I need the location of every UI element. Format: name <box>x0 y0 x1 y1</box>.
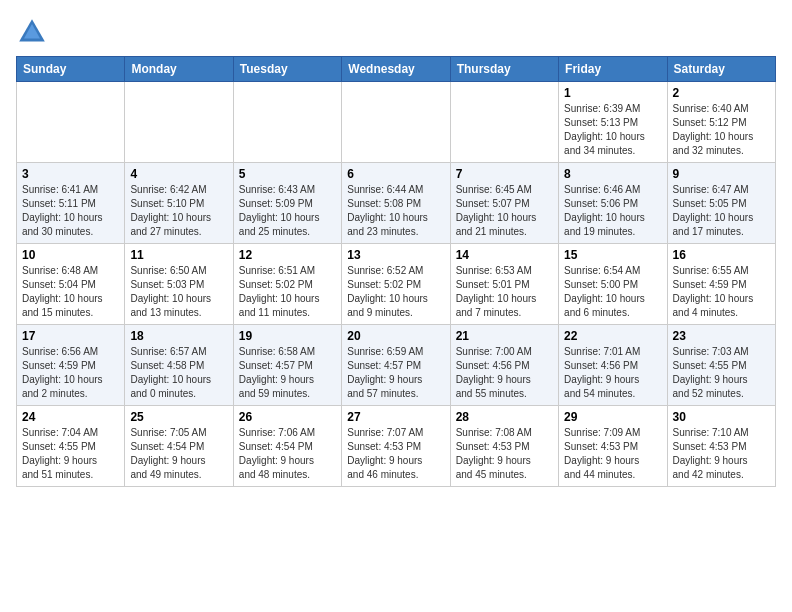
day-number: 30 <box>673 410 770 424</box>
calendar-cell <box>342 82 450 163</box>
weekday-header: Friday <box>559 57 667 82</box>
calendar-cell: 25Sunrise: 7:05 AM Sunset: 4:54 PM Dayli… <box>125 406 233 487</box>
calendar-cell: 7Sunrise: 6:45 AM Sunset: 5:07 PM Daylig… <box>450 163 558 244</box>
day-number: 5 <box>239 167 336 181</box>
day-number: 16 <box>673 248 770 262</box>
day-number: 9 <box>673 167 770 181</box>
day-number: 3 <box>22 167 119 181</box>
calendar-cell: 18Sunrise: 6:57 AM Sunset: 4:58 PM Dayli… <box>125 325 233 406</box>
day-number: 24 <box>22 410 119 424</box>
day-info: Sunrise: 6:40 AM Sunset: 5:12 PM Dayligh… <box>673 102 770 158</box>
calendar-cell: 3Sunrise: 6:41 AM Sunset: 5:11 PM Daylig… <box>17 163 125 244</box>
day-info: Sunrise: 7:05 AM Sunset: 4:54 PM Dayligh… <box>130 426 227 482</box>
day-info: Sunrise: 6:46 AM Sunset: 5:06 PM Dayligh… <box>564 183 661 239</box>
day-number: 20 <box>347 329 444 343</box>
calendar-cell: 12Sunrise: 6:51 AM Sunset: 5:02 PM Dayli… <box>233 244 341 325</box>
day-number: 21 <box>456 329 553 343</box>
weekday-header: Saturday <box>667 57 775 82</box>
calendar-cell: 20Sunrise: 6:59 AM Sunset: 4:57 PM Dayli… <box>342 325 450 406</box>
day-number: 19 <box>239 329 336 343</box>
weekday-header: Sunday <box>17 57 125 82</box>
calendar-cell: 16Sunrise: 6:55 AM Sunset: 4:59 PM Dayli… <box>667 244 775 325</box>
day-info: Sunrise: 6:54 AM Sunset: 5:00 PM Dayligh… <box>564 264 661 320</box>
calendar-cell: 22Sunrise: 7:01 AM Sunset: 4:56 PM Dayli… <box>559 325 667 406</box>
weekday-header: Wednesday <box>342 57 450 82</box>
day-info: Sunrise: 6:50 AM Sunset: 5:03 PM Dayligh… <box>130 264 227 320</box>
day-info: Sunrise: 7:03 AM Sunset: 4:55 PM Dayligh… <box>673 345 770 401</box>
day-info: Sunrise: 7:06 AM Sunset: 4:54 PM Dayligh… <box>239 426 336 482</box>
page-header <box>16 16 776 48</box>
day-info: Sunrise: 6:57 AM Sunset: 4:58 PM Dayligh… <box>130 345 227 401</box>
weekday-header: Thursday <box>450 57 558 82</box>
calendar-cell: 29Sunrise: 7:09 AM Sunset: 4:53 PM Dayli… <box>559 406 667 487</box>
day-number: 10 <box>22 248 119 262</box>
day-info: Sunrise: 7:08 AM Sunset: 4:53 PM Dayligh… <box>456 426 553 482</box>
calendar-week-row: 1Sunrise: 6:39 AM Sunset: 5:13 PM Daylig… <box>17 82 776 163</box>
weekday-header: Monday <box>125 57 233 82</box>
calendar-cell: 27Sunrise: 7:07 AM Sunset: 4:53 PM Dayli… <box>342 406 450 487</box>
day-number: 18 <box>130 329 227 343</box>
calendar-header-row: SundayMondayTuesdayWednesdayThursdayFrid… <box>17 57 776 82</box>
day-info: Sunrise: 7:10 AM Sunset: 4:53 PM Dayligh… <box>673 426 770 482</box>
day-info: Sunrise: 6:39 AM Sunset: 5:13 PM Dayligh… <box>564 102 661 158</box>
calendar-cell: 4Sunrise: 6:42 AM Sunset: 5:10 PM Daylig… <box>125 163 233 244</box>
day-info: Sunrise: 6:56 AM Sunset: 4:59 PM Dayligh… <box>22 345 119 401</box>
day-number: 8 <box>564 167 661 181</box>
calendar-cell: 1Sunrise: 6:39 AM Sunset: 5:13 PM Daylig… <box>559 82 667 163</box>
calendar-week-row: 10Sunrise: 6:48 AM Sunset: 5:04 PM Dayli… <box>17 244 776 325</box>
calendar-week-row: 17Sunrise: 6:56 AM Sunset: 4:59 PM Dayli… <box>17 325 776 406</box>
day-info: Sunrise: 7:01 AM Sunset: 4:56 PM Dayligh… <box>564 345 661 401</box>
day-number: 4 <box>130 167 227 181</box>
day-number: 25 <box>130 410 227 424</box>
day-info: Sunrise: 6:48 AM Sunset: 5:04 PM Dayligh… <box>22 264 119 320</box>
calendar-cell: 6Sunrise: 6:44 AM Sunset: 5:08 PM Daylig… <box>342 163 450 244</box>
day-info: Sunrise: 7:07 AM Sunset: 4:53 PM Dayligh… <box>347 426 444 482</box>
logo-icon <box>16 16 48 48</box>
calendar-cell: 28Sunrise: 7:08 AM Sunset: 4:53 PM Dayli… <box>450 406 558 487</box>
day-number: 15 <box>564 248 661 262</box>
calendar-cell: 14Sunrise: 6:53 AM Sunset: 5:01 PM Dayli… <box>450 244 558 325</box>
calendar-cell: 23Sunrise: 7:03 AM Sunset: 4:55 PM Dayli… <box>667 325 775 406</box>
calendar-cell: 10Sunrise: 6:48 AM Sunset: 5:04 PM Dayli… <box>17 244 125 325</box>
calendar-cell <box>125 82 233 163</box>
day-info: Sunrise: 6:41 AM Sunset: 5:11 PM Dayligh… <box>22 183 119 239</box>
calendar-cell: 2Sunrise: 6:40 AM Sunset: 5:12 PM Daylig… <box>667 82 775 163</box>
logo <box>16 16 52 48</box>
day-number: 22 <box>564 329 661 343</box>
day-info: Sunrise: 6:51 AM Sunset: 5:02 PM Dayligh… <box>239 264 336 320</box>
calendar-cell: 30Sunrise: 7:10 AM Sunset: 4:53 PM Dayli… <box>667 406 775 487</box>
day-number: 13 <box>347 248 444 262</box>
calendar-cell: 15Sunrise: 6:54 AM Sunset: 5:00 PM Dayli… <box>559 244 667 325</box>
day-number: 6 <box>347 167 444 181</box>
calendar-cell: 9Sunrise: 6:47 AM Sunset: 5:05 PM Daylig… <box>667 163 775 244</box>
day-info: Sunrise: 6:47 AM Sunset: 5:05 PM Dayligh… <box>673 183 770 239</box>
day-info: Sunrise: 6:52 AM Sunset: 5:02 PM Dayligh… <box>347 264 444 320</box>
day-number: 17 <box>22 329 119 343</box>
day-number: 2 <box>673 86 770 100</box>
day-number: 12 <box>239 248 336 262</box>
calendar-week-row: 3Sunrise: 6:41 AM Sunset: 5:11 PM Daylig… <box>17 163 776 244</box>
calendar-cell: 5Sunrise: 6:43 AM Sunset: 5:09 PM Daylig… <box>233 163 341 244</box>
day-number: 1 <box>564 86 661 100</box>
calendar-cell: 21Sunrise: 7:00 AM Sunset: 4:56 PM Dayli… <box>450 325 558 406</box>
calendar-table: SundayMondayTuesdayWednesdayThursdayFrid… <box>16 56 776 487</box>
calendar-cell: 26Sunrise: 7:06 AM Sunset: 4:54 PM Dayli… <box>233 406 341 487</box>
day-number: 23 <box>673 329 770 343</box>
calendar-cell: 24Sunrise: 7:04 AM Sunset: 4:55 PM Dayli… <box>17 406 125 487</box>
day-number: 26 <box>239 410 336 424</box>
day-number: 27 <box>347 410 444 424</box>
day-number: 28 <box>456 410 553 424</box>
calendar-cell: 11Sunrise: 6:50 AM Sunset: 5:03 PM Dayli… <box>125 244 233 325</box>
calendar-cell: 19Sunrise: 6:58 AM Sunset: 4:57 PM Dayli… <box>233 325 341 406</box>
day-info: Sunrise: 6:55 AM Sunset: 4:59 PM Dayligh… <box>673 264 770 320</box>
day-number: 7 <box>456 167 553 181</box>
calendar-cell <box>450 82 558 163</box>
calendar-cell: 17Sunrise: 6:56 AM Sunset: 4:59 PM Dayli… <box>17 325 125 406</box>
day-info: Sunrise: 6:58 AM Sunset: 4:57 PM Dayligh… <box>239 345 336 401</box>
day-info: Sunrise: 7:00 AM Sunset: 4:56 PM Dayligh… <box>456 345 553 401</box>
day-info: Sunrise: 7:04 AM Sunset: 4:55 PM Dayligh… <box>22 426 119 482</box>
day-number: 11 <box>130 248 227 262</box>
weekday-header: Tuesday <box>233 57 341 82</box>
calendar-cell <box>233 82 341 163</box>
calendar-week-row: 24Sunrise: 7:04 AM Sunset: 4:55 PM Dayli… <box>17 406 776 487</box>
